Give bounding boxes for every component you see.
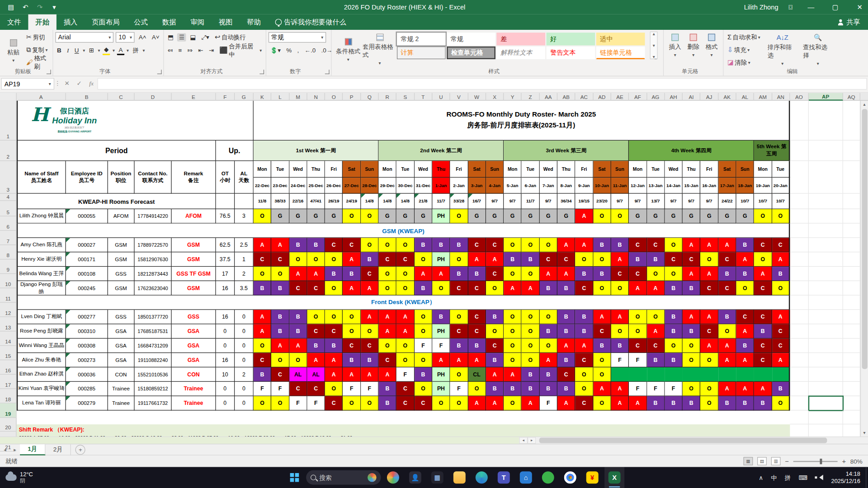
shift-18-6-Jan[interactable]: B: [522, 382, 540, 396]
shift-17-22-Dec[interactable]: B: [254, 367, 272, 382]
shift-15-20-Jan[interactable]: C: [772, 338, 790, 353]
cell-AQ21[interactable]: [843, 424, 860, 436]
vertical-scrollbar[interactable]: ▲ ▼: [860, 101, 868, 436]
shift-17-17-Jan[interactable]: [718, 367, 736, 382]
row-header-8[interactable]: 8: [0, 245, 16, 259]
start-button[interactable]: [285, 467, 304, 488]
shift-9-25-Dec[interactable]: O: [307, 252, 325, 267]
shift-10-28-Dec[interactable]: C: [361, 267, 379, 281]
row-header-5[interactable]: 5: [0, 201, 16, 216]
styles-gallery-scroll[interactable]: ▲▼▼̲: [650, 32, 658, 59]
shift-8-11-Jan[interactable]: B: [611, 238, 629, 253]
shift-11-26-Dec[interactable]: O: [325, 281, 343, 296]
shift-18-22-Dec[interactable]: F: [254, 382, 272, 396]
shift-13-18-Jan[interactable]: C: [736, 310, 755, 324]
cell-AP6[interactable]: [809, 209, 843, 224]
shift-15-17-Jan[interactable]: A: [718, 338, 736, 353]
widget-app-icon[interactable]: ▦: [427, 467, 447, 488]
shift-8-4-Jan[interactable]: C: [486, 238, 504, 253]
shift-9-5-Jan[interactable]: B: [504, 252, 522, 267]
cell-AP21[interactable]: [809, 424, 843, 436]
shift-14-5-Jan[interactable]: O: [504, 324, 522, 339]
column-header-AO[interactable]: AO: [790, 93, 809, 101]
row-header-4[interactable]: 4: [0, 194, 16, 201]
shift-11-6-Jan[interactable]: A: [522, 281, 540, 296]
shift-18-30-Dec[interactable]: C: [396, 382, 415, 396]
insert-cells-button[interactable]: 插入▾: [666, 32, 684, 58]
shift-10-5-Jan[interactable]: O: [504, 267, 522, 281]
shift-15-10-Jan[interactable]: B: [593, 338, 611, 353]
clear-button[interactable]: ◪清除▾: [726, 57, 762, 68]
shift-11-27-Dec[interactable]: A: [343, 281, 361, 296]
shift-13-13-Jan[interactable]: O: [647, 310, 665, 324]
shift-14-7-Jan[interactable]: B: [540, 324, 558, 339]
shift-19-9-Jan[interactable]: C: [576, 396, 594, 411]
column-header-AJ[interactable]: AJ: [700, 93, 718, 101]
shift-9-9-Jan[interactable]: O: [576, 252, 594, 267]
shift-18-4-Jan[interactable]: B: [486, 382, 504, 396]
shift-11-22-Dec[interactable]: B: [254, 281, 272, 296]
hscroll-track[interactable]: [536, 437, 868, 444]
shift-6-14-Jan[interactable]: G: [665, 209, 683, 224]
shift-14-16-Jan[interactable]: C: [700, 324, 718, 339]
shift-6-28-Dec[interactable]: O: [361, 209, 379, 224]
shift-9-13-Jan[interactable]: B: [647, 252, 665, 267]
shift-19-31-Dec[interactable]: C: [415, 396, 433, 411]
shift-13-2-Jan[interactable]: O: [450, 310, 468, 324]
shift-17-5-Jan[interactable]: A: [504, 367, 522, 382]
shift-13-30-Dec[interactable]: A: [396, 310, 415, 324]
shift-14-31-Dec[interactable]: O: [415, 324, 433, 339]
scroll-up-icon[interactable]: ▲: [863, 101, 866, 108]
column-header-AF[interactable]: AF: [629, 93, 647, 101]
shift-10-11-Jan[interactable]: C: [611, 267, 629, 281]
shift-9-3-Jan[interactable]: A: [468, 252, 486, 267]
row-header-2[interactable]: 2: [0, 141, 16, 161]
shift-15-22-Dec[interactable]: O: [254, 338, 272, 353]
shift-14-10-Jan[interactable]: C: [593, 324, 611, 339]
align-right-icon[interactable]: ⤇: [186, 46, 194, 54]
tab-视图[interactable]: 视图: [212, 14, 240, 30]
shift-19-10-Jan[interactable]: O: [593, 396, 611, 411]
shift-19-1-Jan[interactable]: O: [432, 396, 450, 411]
add-sheet-icon[interactable]: +: [75, 445, 85, 455]
shift-14-9-Jan[interactable]: B: [576, 324, 594, 339]
shift-11-3-Jan[interactable]: C: [468, 281, 486, 296]
shift-9-15-Jan[interactable]: C: [683, 252, 701, 267]
shift-15-7-Jan[interactable]: O: [540, 338, 558, 353]
cell-AO11[interactable]: [790, 281, 809, 296]
column-header-G[interactable]: G: [235, 93, 254, 101]
shift-14-11-Jan[interactable]: O: [611, 324, 629, 339]
hscroll-left-icon[interactable]: ◂: [519, 437, 528, 444]
cell-style-解释性文本[interactable]: 解释性文本: [496, 47, 545, 59]
tab-数据[interactable]: 数据: [155, 14, 183, 30]
column-header-AM[interactable]: AM: [754, 93, 772, 101]
cell-style-差[interactable]: 差: [496, 33, 545, 45]
shift-16-27-Dec[interactable]: B: [343, 353, 361, 367]
tab-告诉我你想要做什么[interactable]: 告诉我你想要做什么: [268, 14, 354, 30]
shift-8-23-Dec[interactable]: A: [271, 238, 289, 253]
shift-15-12-Jan[interactable]: C: [629, 338, 647, 353]
shift-9-28-Dec[interactable]: B: [361, 252, 379, 267]
shift-17-3-Jan[interactable]: CL: [468, 367, 486, 382]
shift-9-10-Jan[interactable]: O: [593, 252, 611, 267]
tab-页面布局[interactable]: 页面布局: [85, 14, 127, 30]
shift-9-30-Dec[interactable]: C: [396, 252, 415, 267]
shift-9-14-Jan[interactable]: C: [665, 252, 683, 267]
column-header-AC[interactable]: AC: [576, 93, 594, 101]
shift-13-1-Jan[interactable]: B: [432, 310, 450, 324]
zoom-slider[interactable]: [793, 460, 838, 461]
shift-11-9-Jan[interactable]: C: [576, 281, 594, 296]
cell-AP16[interactable]: [809, 353, 843, 367]
shift-9-26-Dec[interactable]: O: [325, 252, 343, 267]
shift-18-10-Jan[interactable]: A: [593, 382, 611, 396]
column-header-AP[interactable]: AP: [809, 93, 843, 101]
shift-11-28-Dec[interactable]: A: [361, 281, 379, 296]
shift-10-3-Jan[interactable]: B: [468, 267, 486, 281]
shift-11-16-Jan[interactable]: C: [700, 281, 718, 296]
shift-17-10-Jan[interactable]: O: [593, 367, 611, 382]
shift-10-6-Jan[interactable]: O: [522, 267, 540, 281]
volume-icon[interactable]: [811, 475, 826, 480]
shift-8-6-Jan[interactable]: O: [522, 238, 540, 253]
row-header-7[interactable]: 7: [0, 231, 16, 245]
shift-11-1-Jan[interactable]: O: [432, 281, 450, 296]
